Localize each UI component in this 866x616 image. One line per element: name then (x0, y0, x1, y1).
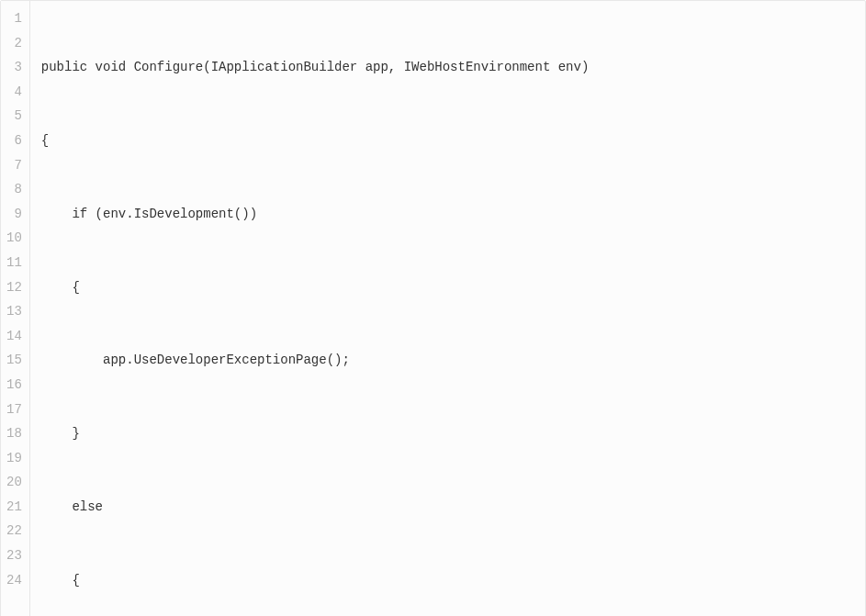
line-number: 10 (6, 226, 22, 251)
line-number: 2 (6, 31, 22, 56)
line-number: 16 (6, 373, 22, 398)
line-number: 19 (6, 446, 22, 471)
line-number: 22 (6, 519, 22, 543)
code-line: public void Configure(IApplicationBuilde… (41, 55, 856, 80)
code-content[interactable]: public void Configure(IApplicationBuilde… (30, 1, 865, 616)
line-number: 18 (6, 421, 22, 446)
code-line: if (env.IsDevelopment()) (41, 202, 856, 227)
line-number: 23 (6, 543, 22, 568)
line-number: 7 (6, 153, 22, 178)
line-number: 4 (6, 80, 22, 105)
code-line: { (41, 275, 856, 300)
line-number: 8 (6, 177, 22, 202)
line-number: 12 (6, 275, 22, 300)
code-line: { (41, 568, 856, 593)
code-line: { (41, 129, 856, 153)
line-number: 17 (6, 398, 22, 422)
line-number: 24 (6, 568, 22, 593)
line-number-gutter: 1 2 3 4 5 6 7 8 9 10 11 12 13 14 15 16 1… (1, 1, 30, 616)
line-number: 21 (6, 495, 22, 520)
line-number: 13 (6, 299, 22, 324)
line-number: 5 (6, 104, 22, 129)
line-number: 20 (6, 470, 22, 495)
line-number: 11 (6, 251, 22, 275)
code-line: } (41, 421, 856, 446)
code-line: else (41, 495, 856, 520)
line-number: 1 (6, 6, 22, 31)
line-number: 6 (6, 129, 22, 153)
line-number: 9 (6, 202, 22, 227)
code-line: app.UseDeveloperExceptionPage(); (41, 348, 856, 373)
line-number: 15 (6, 348, 22, 373)
line-number: 3 (6, 55, 22, 80)
line-number: 14 (6, 324, 22, 349)
code-block: 1 2 3 4 5 6 7 8 9 10 11 12 13 14 15 16 1… (0, 0, 866, 616)
